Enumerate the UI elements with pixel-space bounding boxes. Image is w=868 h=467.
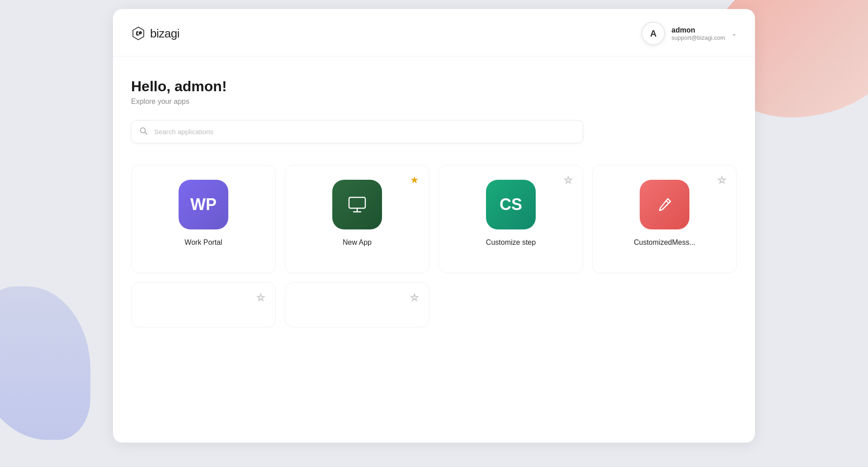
app-grid-empty-2 xyxy=(592,282,737,327)
header: bizagi A admon support@bizagi.com ⌄ xyxy=(113,9,755,56)
app-name-customize-step: Customize step xyxy=(486,238,536,247)
user-name: admon xyxy=(671,26,725,34)
app-card-customize-step[interactable]: ☆ CS Customize step xyxy=(439,165,583,273)
star-button-new-app[interactable]: ★ xyxy=(408,173,421,187)
app-name-work-portal: Work Portal xyxy=(184,238,222,247)
avatar: A xyxy=(642,22,665,45)
app-icon-work-portal: WP xyxy=(179,180,228,229)
app-card-partial-1[interactable]: ☆ xyxy=(131,282,276,327)
pencil-icon xyxy=(653,193,676,216)
svg-line-2 xyxy=(145,132,147,135)
app-card-work-portal[interactable]: WP Work Portal xyxy=(131,165,276,273)
star-button-partial-2[interactable]: ☆ xyxy=(408,291,421,304)
app-card-customized-mess[interactable]: ☆ CustomizedMess... xyxy=(592,165,737,273)
chevron-down-icon: ⌄ xyxy=(731,30,737,37)
app-icon-customized-mess xyxy=(640,180,689,229)
logo: bizagi xyxy=(131,26,179,41)
app-card-partial-2[interactable]: ☆ xyxy=(285,282,429,327)
app-name-new-app: New App xyxy=(343,238,372,247)
app-icon-customize-step: CS xyxy=(486,180,536,229)
app-grid-row2: ☆ ☆ xyxy=(131,282,737,327)
star-button-partial-1[interactable]: ☆ xyxy=(255,291,267,304)
main-card: bizagi A admon support@bizagi.com ⌄ Hell… xyxy=(113,9,755,443)
user-section[interactable]: A admon support@bizagi.com ⌄ xyxy=(642,22,737,45)
svg-point-1 xyxy=(141,128,146,133)
content-area: Hello, admon! Explore your apps WP Work … xyxy=(113,56,755,346)
monitor-icon xyxy=(345,193,369,216)
svg-point-0 xyxy=(140,32,142,34)
star-button-customize-step[interactable]: ☆ xyxy=(562,173,575,187)
search-icon xyxy=(139,126,147,137)
logo-text: bizagi xyxy=(150,27,179,41)
app-icon-new-app xyxy=(332,180,382,229)
search-container xyxy=(131,120,583,143)
user-info: admon support@bizagi.com xyxy=(671,26,725,41)
svg-rect-3 xyxy=(349,197,365,208)
greeting-title: Hello, admon! xyxy=(131,78,737,95)
greeting-subtitle: Explore your apps xyxy=(131,98,737,106)
app-card-new-app[interactable]: ★ New App xyxy=(285,165,429,273)
star-button-customized-mess[interactable]: ☆ xyxy=(716,173,728,187)
app-grid-empty-1 xyxy=(439,282,583,327)
app-grid: WP Work Portal ★ New App xyxy=(131,165,737,273)
bizagi-logo-icon xyxy=(131,26,146,41)
user-email: support@bizagi.com xyxy=(671,34,725,41)
search-input[interactable] xyxy=(131,120,583,143)
app-name-customized-mess: CustomizedMess... xyxy=(634,238,695,247)
